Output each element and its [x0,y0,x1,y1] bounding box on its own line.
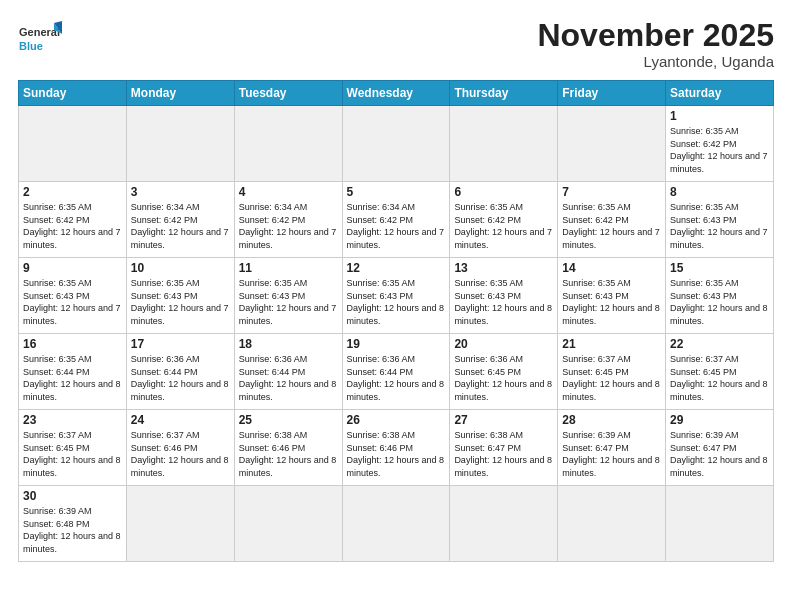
header-saturday: Saturday [666,81,774,106]
calendar-cell: 24Sunrise: 6:37 AM Sunset: 6:46 PM Dayli… [126,410,234,486]
day-number: 20 [454,337,553,351]
cell-info: Sunrise: 6:36 AM Sunset: 6:44 PM Dayligh… [131,353,230,403]
day-number: 30 [23,489,122,503]
calendar-cell: 26Sunrise: 6:38 AM Sunset: 6:46 PM Dayli… [342,410,450,486]
calendar-cell: 8Sunrise: 6:35 AM Sunset: 6:43 PM Daylig… [666,182,774,258]
logo-svg: General Blue [18,18,62,62]
day-number: 12 [347,261,446,275]
calendar-header-row: SundayMondayTuesdayWednesdayThursdayFrid… [19,81,774,106]
calendar-cell [126,486,234,562]
title-block: November 2025 Lyantonde, Uganda [537,18,774,70]
cell-info: Sunrise: 6:39 AM Sunset: 6:47 PM Dayligh… [670,429,769,479]
calendar-cell: 4Sunrise: 6:34 AM Sunset: 6:42 PM Daylig… [234,182,342,258]
cell-info: Sunrise: 6:37 AM Sunset: 6:46 PM Dayligh… [131,429,230,479]
calendar-cell: 18Sunrise: 6:36 AM Sunset: 6:44 PM Dayli… [234,334,342,410]
calendar-cell [558,486,666,562]
cell-info: Sunrise: 6:34 AM Sunset: 6:42 PM Dayligh… [347,201,446,251]
calendar-cell: 17Sunrise: 6:36 AM Sunset: 6:44 PM Dayli… [126,334,234,410]
cell-info: Sunrise: 6:35 AM Sunset: 6:44 PM Dayligh… [23,353,122,403]
calendar-cell [19,106,127,182]
cell-info: Sunrise: 6:35 AM Sunset: 6:42 PM Dayligh… [670,125,769,175]
calendar-cell [126,106,234,182]
calendar-cell [342,106,450,182]
calendar-cell [558,106,666,182]
cell-info: Sunrise: 6:37 AM Sunset: 6:45 PM Dayligh… [562,353,661,403]
day-number: 25 [239,413,338,427]
calendar-cell: 29Sunrise: 6:39 AM Sunset: 6:47 PM Dayli… [666,410,774,486]
calendar-cell [666,486,774,562]
cell-info: Sunrise: 6:38 AM Sunset: 6:46 PM Dayligh… [239,429,338,479]
cell-info: Sunrise: 6:38 AM Sunset: 6:46 PM Dayligh… [347,429,446,479]
calendar-cell: 11Sunrise: 6:35 AM Sunset: 6:43 PM Dayli… [234,258,342,334]
day-number: 7 [562,185,661,199]
cell-info: Sunrise: 6:35 AM Sunset: 6:43 PM Dayligh… [23,277,122,327]
cell-info: Sunrise: 6:39 AM Sunset: 6:48 PM Dayligh… [23,505,122,555]
calendar-cell: 20Sunrise: 6:36 AM Sunset: 6:45 PM Dayli… [450,334,558,410]
calendar-cell: 28Sunrise: 6:39 AM Sunset: 6:47 PM Dayli… [558,410,666,486]
cell-info: Sunrise: 6:34 AM Sunset: 6:42 PM Dayligh… [131,201,230,251]
calendar-cell: 10Sunrise: 6:35 AM Sunset: 6:43 PM Dayli… [126,258,234,334]
calendar-cell: 14Sunrise: 6:35 AM Sunset: 6:43 PM Dayli… [558,258,666,334]
cell-info: Sunrise: 6:37 AM Sunset: 6:45 PM Dayligh… [670,353,769,403]
page: General Blue November 2025 Lyantonde, Ug… [0,0,792,612]
day-number: 5 [347,185,446,199]
calendar: SundayMondayTuesdayWednesdayThursdayFrid… [18,80,774,562]
day-number: 1 [670,109,769,123]
calendar-cell [234,106,342,182]
day-number: 14 [562,261,661,275]
calendar-cell: 6Sunrise: 6:35 AM Sunset: 6:42 PM Daylig… [450,182,558,258]
cell-info: Sunrise: 6:36 AM Sunset: 6:45 PM Dayligh… [454,353,553,403]
header-monday: Monday [126,81,234,106]
calendar-cell: 2Sunrise: 6:35 AM Sunset: 6:42 PM Daylig… [19,182,127,258]
header-thursday: Thursday [450,81,558,106]
calendar-cell: 5Sunrise: 6:34 AM Sunset: 6:42 PM Daylig… [342,182,450,258]
day-number: 23 [23,413,122,427]
day-number: 26 [347,413,446,427]
cell-info: Sunrise: 6:35 AM Sunset: 6:42 PM Dayligh… [23,201,122,251]
day-number: 2 [23,185,122,199]
cell-info: Sunrise: 6:36 AM Sunset: 6:44 PM Dayligh… [239,353,338,403]
cell-info: Sunrise: 6:34 AM Sunset: 6:42 PM Dayligh… [239,201,338,251]
day-number: 6 [454,185,553,199]
calendar-cell: 7Sunrise: 6:35 AM Sunset: 6:42 PM Daylig… [558,182,666,258]
day-number: 3 [131,185,230,199]
calendar-cell [234,486,342,562]
day-number: 13 [454,261,553,275]
calendar-cell: 13Sunrise: 6:35 AM Sunset: 6:43 PM Dayli… [450,258,558,334]
month-title: November 2025 [537,18,774,53]
day-number: 27 [454,413,553,427]
cell-info: Sunrise: 6:35 AM Sunset: 6:43 PM Dayligh… [562,277,661,327]
cell-info: Sunrise: 6:39 AM Sunset: 6:47 PM Dayligh… [562,429,661,479]
day-number: 4 [239,185,338,199]
calendar-cell: 19Sunrise: 6:36 AM Sunset: 6:44 PM Dayli… [342,334,450,410]
calendar-cell: 27Sunrise: 6:38 AM Sunset: 6:47 PM Dayli… [450,410,558,486]
calendar-cell [342,486,450,562]
day-number: 11 [239,261,338,275]
calendar-cell: 16Sunrise: 6:35 AM Sunset: 6:44 PM Dayli… [19,334,127,410]
svg-text:Blue: Blue [19,40,43,52]
cell-info: Sunrise: 6:35 AM Sunset: 6:42 PM Dayligh… [454,201,553,251]
day-number: 18 [239,337,338,351]
calendar-cell: 21Sunrise: 6:37 AM Sunset: 6:45 PM Dayli… [558,334,666,410]
day-number: 28 [562,413,661,427]
cell-info: Sunrise: 6:35 AM Sunset: 6:43 PM Dayligh… [239,277,338,327]
calendar-cell: 23Sunrise: 6:37 AM Sunset: 6:45 PM Dayli… [19,410,127,486]
day-number: 22 [670,337,769,351]
day-number: 19 [347,337,446,351]
day-number: 8 [670,185,769,199]
cell-info: Sunrise: 6:38 AM Sunset: 6:47 PM Dayligh… [454,429,553,479]
day-number: 29 [670,413,769,427]
calendar-cell: 22Sunrise: 6:37 AM Sunset: 6:45 PM Dayli… [666,334,774,410]
cell-info: Sunrise: 6:35 AM Sunset: 6:42 PM Dayligh… [562,201,661,251]
day-number: 17 [131,337,230,351]
cell-info: Sunrise: 6:35 AM Sunset: 6:43 PM Dayligh… [454,277,553,327]
svg-text:General: General [19,26,60,38]
header-sunday: Sunday [19,81,127,106]
cell-info: Sunrise: 6:36 AM Sunset: 6:44 PM Dayligh… [347,353,446,403]
calendar-cell: 15Sunrise: 6:35 AM Sunset: 6:43 PM Dayli… [666,258,774,334]
header-tuesday: Tuesday [234,81,342,106]
day-number: 10 [131,261,230,275]
calendar-cell: 30Sunrise: 6:39 AM Sunset: 6:48 PM Dayli… [19,486,127,562]
header: General Blue November 2025 Lyantonde, Ug… [18,18,774,70]
calendar-cell: 12Sunrise: 6:35 AM Sunset: 6:43 PM Dayli… [342,258,450,334]
